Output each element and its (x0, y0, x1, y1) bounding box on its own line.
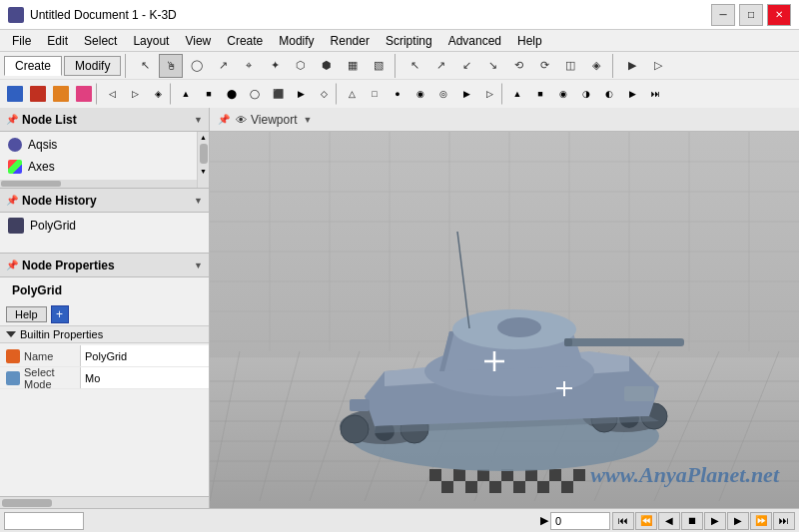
ico-blue-box[interactable] (4, 83, 26, 105)
ico-red-box[interactable] (27, 83, 49, 105)
vscroll-up[interactable]: ▲ (199, 132, 209, 142)
btn-stop[interactable]: ⏹ (681, 512, 703, 530)
shape-arr[interactable]: ▶ (621, 83, 643, 105)
tool-a3[interactable]: ↙ (454, 54, 478, 78)
shape-end[interactable]: ⏭ (644, 83, 666, 105)
menu-advanced[interactable]: Advanced (440, 32, 509, 50)
tool-a8[interactable]: ◈ (584, 54, 608, 78)
tool-a7[interactable]: ◫ (558, 54, 582, 78)
tab-modify[interactable]: Modify (64, 56, 121, 76)
pin-icon: 📌 (6, 114, 18, 125)
bottom-scroll-thumb (2, 499, 52, 507)
tool-arrow[interactable]: ↖ (133, 54, 157, 78)
shape-triangle[interactable]: ▲ (175, 83, 197, 105)
viewport-canvas[interactable]: www.AnyaPlanet.net (210, 132, 799, 508)
tool-eraser[interactable]: ⬢ (315, 54, 339, 78)
ico-pink-box[interactable] (73, 83, 95, 105)
prop-row-name: Name PolyGrid (0, 345, 209, 367)
shape-disk[interactable]: ⬛ (267, 83, 289, 105)
tool-b2[interactable]: ▷ (646, 54, 670, 78)
btn-end[interactable]: ⏭ (773, 512, 795, 530)
shape-circ2[interactable]: ● (387, 83, 408, 105)
tool-circle[interactable]: ◯ (185, 54, 209, 78)
tool-b1[interactable]: ▶ (620, 54, 644, 78)
shape-ring[interactable]: ◯ (244, 83, 266, 105)
shape-sq2[interactable]: □ (364, 83, 386, 105)
shape-cb2[interactable]: ◑ (575, 83, 597, 105)
tool-film2[interactable]: ▧ (367, 54, 391, 78)
tool-film[interactable]: ▦ (341, 54, 365, 78)
ico-orange-box[interactable] (50, 83, 72, 105)
menu-layout[interactable]: Layout (125, 32, 177, 50)
menu-file[interactable]: File (4, 32, 39, 50)
tool-paint[interactable]: ⬡ (289, 54, 313, 78)
menu-edit[interactable]: Edit (39, 32, 76, 50)
bottom-hscroll[interactable] (0, 496, 209, 508)
node-list-item-axes[interactable]: Axes (0, 156, 197, 178)
tool-lasso[interactable]: ⌖ (237, 54, 261, 78)
shape-tri2[interactable]: △ (341, 83, 363, 105)
add-property-button[interactable]: + (51, 305, 69, 323)
separator-2 (395, 54, 399, 78)
btn-prev[interactable]: ◀ (658, 512, 680, 530)
maximize-button[interactable]: □ (739, 4, 763, 26)
shape-cb3[interactable]: ◐ (598, 83, 620, 105)
tool-a2[interactable]: ↗ (428, 54, 452, 78)
btn-play[interactable]: ▶ (704, 512, 726, 530)
shape-trib[interactable]: ▲ (506, 83, 528, 105)
shape-circle[interactable]: ⬤ (221, 83, 243, 105)
btn-next-key[interactable]: ⏩ (750, 512, 772, 530)
minimize-button[interactable]: ─ (711, 4, 735, 26)
shape-sqb[interactable]: ■ (529, 83, 551, 105)
shape-circ3[interactable]: ◉ (409, 83, 431, 105)
close-button[interactable]: ✕ (767, 4, 791, 26)
shape-prism[interactable]: ◇ (313, 83, 335, 105)
tool-select[interactable]: 🖱 (159, 54, 183, 78)
help-button[interactable]: Help (6, 306, 47, 322)
tool-magic[interactable]: ✦ (263, 54, 287, 78)
shape-cb1[interactable]: ◉ (552, 83, 574, 105)
node-history-header[interactable]: 📌 Node History ▼ (0, 189, 209, 213)
ico-tool2[interactable]: ▷ (124, 83, 146, 105)
prop-name-value[interactable]: PolyGrid (80, 345, 209, 366)
menu-render[interactable]: Render (323, 32, 378, 50)
btn-start[interactable]: ⏮ (612, 512, 634, 530)
vscroll-down[interactable]: ▼ (199, 166, 209, 176)
tool-a4[interactable]: ↘ (480, 54, 504, 78)
menu-select[interactable]: Select (76, 32, 125, 50)
viewport-header: 📌 👁 Viewport ▼ (210, 108, 799, 132)
menu-view[interactable]: View (177, 32, 219, 50)
toolbar-row-2: ◁ ▷ ◈ ▲ ■ ⬤ ◯ ⬛ ▶ ◇ △ □ ● ◉ ◎ ▶ ▷ ▲ ■ ◉ … (0, 80, 799, 108)
shape-cone[interactable]: ▶ (290, 83, 312, 105)
history-item-polygrid[interactable]: PolyGrid (0, 215, 209, 237)
frame-value[interactable]: 0 (550, 512, 610, 530)
menu-create[interactable]: Create (219, 32, 271, 50)
menu-scripting[interactable]: Scripting (378, 32, 440, 50)
node-list-header[interactable]: 📌 Node List ▼ (0, 108, 209, 132)
btn-next[interactable]: ▶ (727, 512, 749, 530)
menu-help[interactable]: Help (509, 32, 550, 50)
node-list-section: 📌 Node List ▼ Aqsis Axes (0, 108, 209, 189)
ico-tool3[interactable]: ◈ (147, 83, 169, 105)
tool-cursor[interactable]: ↗ (211, 54, 235, 78)
prop-select-value[interactable]: Mo (80, 367, 209, 388)
tool-a6[interactable]: ⟳ (532, 54, 556, 78)
shape-circ4[interactable]: ◎ (432, 83, 454, 105)
shape-sep2 (501, 83, 505, 105)
hscroll-thumb (1, 181, 61, 187)
node-list-vscroll[interactable]: ▲ ▼ (197, 132, 209, 188)
menu-modify[interactable]: Modify (271, 32, 322, 50)
tab-create[interactable]: Create (4, 56, 62, 76)
svg-rect-46 (561, 481, 573, 493)
node-list-item-aqsis[interactable]: Aqsis (0, 134, 197, 156)
node-list-hscroll[interactable] (0, 180, 197, 188)
tool-a5[interactable]: ⟲ (506, 54, 530, 78)
shape-tri3[interactable]: ▷ (478, 83, 500, 105)
ico-tool1[interactable]: ◁ (101, 83, 123, 105)
btn-prev-key[interactable]: ⏪ (635, 512, 657, 530)
shape-play[interactable]: ▶ (455, 83, 477, 105)
shape-square[interactable]: ■ (198, 83, 220, 105)
node-props-header[interactable]: 📌 Node Properties ▼ (0, 254, 209, 277)
axes-icon (8, 160, 22, 174)
tool-a1[interactable]: ↖ (402, 54, 426, 78)
